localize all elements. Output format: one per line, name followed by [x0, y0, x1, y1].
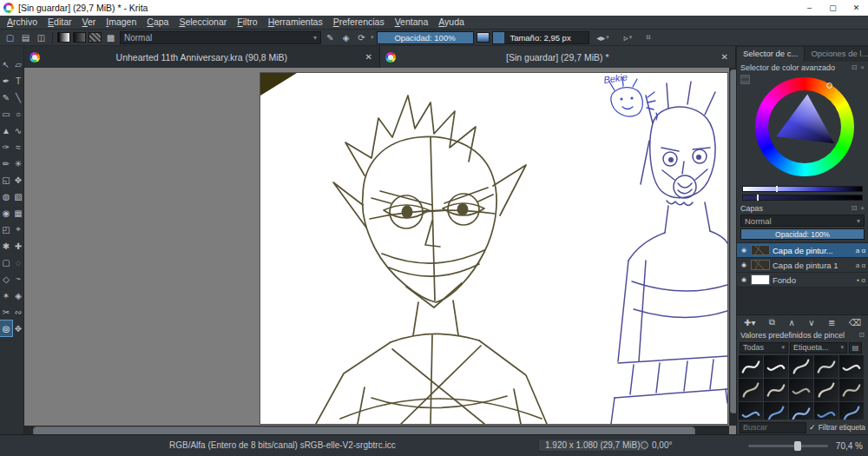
- horizontal-scrollbar-thumb[interactable]: [33, 426, 695, 434]
- brush-view-combo[interactable]: Todas ▾: [740, 342, 788, 354]
- document-tab-2[interactable]: [Sin guardar] (29,7 MiB) *✕: [380, 46, 736, 68]
- color-history-icon[interactable]: [740, 75, 750, 84]
- fill-tool[interactable]: ◍: [0, 188, 12, 204]
- edit-shapes-tool[interactable]: ▱: [12, 56, 24, 72]
- brush-preset[interactable]: [839, 402, 864, 420]
- color-wheel[interactable]: [755, 77, 854, 176]
- menu-item-ver[interactable]: Ver: [76, 16, 101, 29]
- crop-tool[interactable]: ◰: [0, 221, 12, 237]
- brush-preset[interactable]: [789, 379, 813, 401]
- pattern-swatch[interactable]: [89, 32, 102, 43]
- brush-search-input[interactable]: [740, 422, 806, 433]
- layer-visibility-icon[interactable]: ◉: [740, 261, 748, 268]
- smart-patch-tool[interactable]: ✚: [12, 238, 24, 254]
- edit-brush-settings-icon[interactable]: ✎: [324, 31, 337, 44]
- float-docker-icon[interactable]: ⊡: [852, 63, 858, 71]
- maximize-button[interactable]: ▢: [821, 0, 845, 16]
- reload-preset-icon[interactable]: ⟳: [355, 31, 368, 44]
- vertical-scrollbar[interactable]: [729, 68, 736, 426]
- move-layer-up-button[interactable]: ∧: [788, 318, 794, 327]
- snap-settings-icon[interactable]: ⌗: [642, 31, 655, 44]
- color-slider-value[interactable]: [742, 195, 863, 201]
- ellipse-tool[interactable]: ○: [12, 106, 24, 122]
- polyline-tool[interactable]: ∿: [12, 122, 24, 138]
- docker-tab-1[interactable]: Selector de c...: [737, 47, 805, 62]
- freehand-path-tool[interactable]: ≈: [12, 139, 24, 155]
- dynamic-brush-tool[interactable]: ✏: [0, 155, 12, 171]
- move-layer-down-button[interactable]: ∨: [808, 318, 814, 327]
- brush-preset[interactable]: [814, 402, 838, 420]
- gradient-tool[interactable]: ▧: [12, 188, 24, 204]
- float-docker-icon[interactable]: ⊡: [852, 204, 858, 212]
- canvas-viewport[interactable]: Bekie: [24, 68, 736, 434]
- brush-preset[interactable]: [764, 355, 788, 378]
- tab-close-icon[interactable]: ✕: [720, 52, 730, 62]
- select-shapes-tool[interactable]: ↖: [0, 56, 12, 72]
- transform-tool[interactable]: ◱: [0, 172, 12, 188]
- calligraphy-tool[interactable]: ✒: [0, 73, 12, 89]
- add-layer-button[interactable]: ✚▾: [744, 318, 755, 327]
- zoom-slider[interactable]: [748, 445, 828, 447]
- brush-preset[interactable]: [739, 402, 763, 420]
- canvas-document[interactable]: Bekie: [260, 73, 727, 424]
- line-tool[interactable]: ╲: [12, 89, 24, 105]
- canvas-rotation-widget[interactable]: 0,00°: [641, 440, 672, 450]
- multibrush-tool[interactable]: ✳: [12, 155, 24, 171]
- layer-row[interactable]: ◉Capa de pintur...a α: [737, 243, 868, 258]
- menu-item-preferencias[interactable]: Preferencias: [328, 16, 390, 29]
- advanced-color-selector[interactable]: [737, 73, 868, 184]
- brush-preset[interactable]: [739, 355, 763, 378]
- brush-preset[interactable]: [789, 355, 813, 378]
- brush-preset[interactable]: [814, 355, 838, 378]
- layer-row[interactable]: ◉Fondo▪ α: [737, 273, 868, 287]
- layer-row[interactable]: ◉Capa de pintura 1a α: [737, 258, 868, 273]
- close-docker-icon[interactable]: ×: [860, 63, 865, 71]
- menu-item-archivo[interactable]: Archivo: [2, 16, 43, 29]
- brush-preset[interactable]: [764, 402, 788, 420]
- gradient-chooser-button[interactable]: [477, 32, 490, 43]
- tab-close-icon[interactable]: ✕: [364, 52, 374, 62]
- assistants-tool[interactable]: ✱: [0, 238, 12, 254]
- measure-tool[interactable]: ⌖: [12, 221, 24, 237]
- menu-item-filtro[interactable]: Filtro: [232, 16, 262, 29]
- zoom-tool[interactable]: ◎: [0, 321, 12, 336]
- brush-preset[interactable]: [764, 379, 788, 401]
- open-document-icon[interactable]: ▤: [19, 31, 32, 44]
- wrap-around-icon[interactable]: ◈: [339, 31, 352, 44]
- filter-tag-checkbox[interactable]: ✓: [809, 423, 816, 432]
- rectangle-tool[interactable]: ▭: [0, 106, 12, 122]
- save-document-icon[interactable]: ◫: [35, 31, 48, 44]
- color-profile-label[interactable]: RGB/Alfa (Entero de 8 bits/canal) sRGB-e…: [169, 440, 396, 450]
- menu-item-seleccionar[interactable]: Seleccionar: [174, 16, 232, 29]
- brush-preset[interactable]: [739, 379, 763, 401]
- delete-layer-button[interactable]: ⌫: [849, 318, 861, 327]
- brush-preset[interactable]: [789, 402, 813, 420]
- blending-mode-combo[interactable]: Normal ▾: [120, 31, 321, 44]
- docker-tab-2[interactable]: Opciones de l...: [805, 47, 868, 62]
- checker-icon[interactable]: ▩: [104, 31, 117, 44]
- contiguous-select-tool[interactable]: ✶: [0, 287, 12, 303]
- text-tool[interactable]: T: [12, 73, 24, 89]
- menu-item-editar[interactable]: Editar: [43, 16, 76, 29]
- minimize-button[interactable]: –: [798, 0, 821, 16]
- chevron-down-icon[interactable]: ▾: [371, 34, 374, 41]
- menu-item-ventana[interactable]: Ventana: [390, 16, 434, 29]
- brush-display-mode-button[interactable]: ▤: [849, 342, 862, 354]
- color-slider-lightness[interactable]: [742, 186, 863, 192]
- move-tool[interactable]: ✥: [12, 172, 24, 188]
- freehand-select-tool[interactable]: ~: [12, 271, 24, 287]
- menu-item-imagen[interactable]: Imagen: [101, 16, 141, 29]
- layer-visibility-icon[interactable]: ◉: [740, 276, 748, 283]
- magnetic-select-tool[interactable]: ∾: [12, 304, 24, 320]
- layer-blending-mode-combo[interactable]: Normal ▾: [740, 215, 865, 227]
- pattern-tool[interactable]: ▦: [12, 205, 24, 221]
- rectangular-select-tool[interactable]: ▢: [0, 254, 12, 270]
- flip-button[interactable]: ▹ ▾: [617, 31, 640, 44]
- brush-preset[interactable]: [839, 379, 864, 401]
- saturation-value-triangle[interactable]: [770, 92, 839, 162]
- color-sampler-tool[interactable]: ◉: [0, 205, 12, 221]
- pan-tool[interactable]: ✥: [12, 321, 24, 336]
- polygon-tool[interactable]: ▲: [0, 122, 12, 138]
- brush-preset[interactable]: [814, 379, 838, 401]
- horizontal-scrollbar[interactable]: [24, 426, 729, 434]
